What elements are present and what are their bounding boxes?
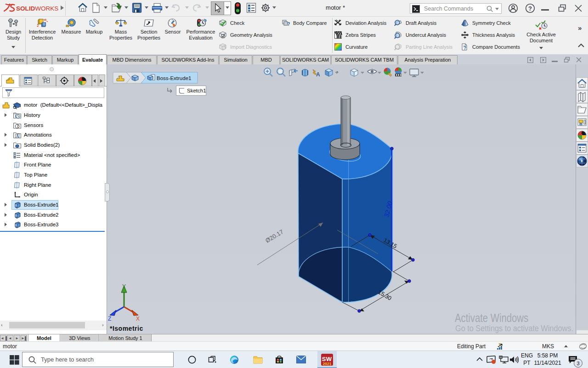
svg-text:?: ? [528, 5, 532, 12]
svg-text:Ø20.17: Ø20.17 [264, 228, 284, 244]
svg-text:A: A [16, 134, 19, 138]
svg-text:2021: 2021 [323, 362, 332, 366]
svg-text:Boss-Extrude1: Boss-Extrude1 [157, 75, 191, 81]
svg-text:Y: Y [122, 283, 126, 290]
svg-text:A: A [316, 71, 320, 78]
svg-text:15.30: 15.30 [377, 289, 392, 302]
svg-text:SOLIDWORKS: SOLIDWORKS [16, 5, 58, 12]
svg-text:?: ? [287, 21, 290, 27]
svg-text:Z: Z [108, 316, 111, 322]
svg-text:?: ? [464, 46, 466, 51]
svg-text:X: X [136, 316, 140, 322]
